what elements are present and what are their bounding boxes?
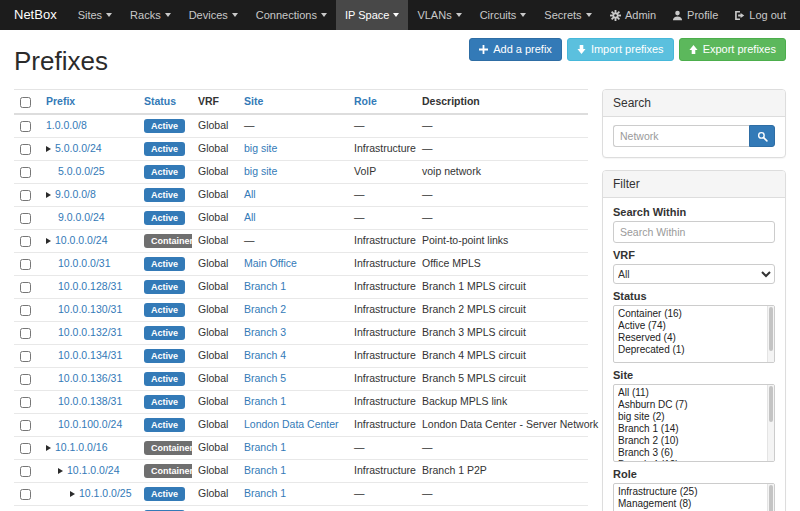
button-label: Export prefixes (703, 43, 776, 56)
listbox-option[interactable]: Branch 1 (14) (618, 423, 764, 435)
listbox-option[interactable]: Management (8) (618, 498, 764, 510)
prefix-link[interactable]: 10.0.0.138/31 (58, 395, 122, 408)
import-prefixes-button[interactable]: Import prefixes (567, 38, 674, 61)
column-header-role[interactable]: Role (348, 90, 416, 114)
app-logo[interactable]: NetBox (0, 0, 69, 30)
site-link[interactable]: Branch 1 (244, 441, 286, 453)
site-link[interactable]: big site (244, 142, 277, 154)
prefix-link[interactable]: 10.0.0.132/31 (58, 326, 122, 339)
column-header-prefix[interactable]: Prefix (40, 90, 138, 114)
row-checkbox[interactable] (20, 167, 31, 178)
listbox-option[interactable]: big site (2) (618, 411, 764, 423)
row-checkbox[interactable] (20, 144, 31, 155)
expand-children-icon (58, 468, 63, 474)
listbox-option[interactable]: Reserved (4) (618, 332, 764, 344)
site-link[interactable]: Branch 2 (244, 303, 286, 315)
row-checkbox[interactable] (20, 466, 31, 477)
row-checkbox[interactable] (20, 351, 31, 362)
listbox-option[interactable]: Infrastructure (25) (618, 486, 764, 498)
prefix-link[interactable]: 10.0.0.136/31 (58, 372, 122, 385)
table-row: 10.0.0.136/31ActiveGlobalBranch 5Infrast… (14, 367, 588, 390)
search-within-input[interactable] (613, 221, 775, 243)
prefix-link[interactable]: 10.1.0.0/16 (55, 441, 108, 454)
nav-item-devices[interactable]: Devices (180, 0, 247, 30)
row-checkbox[interactable] (20, 443, 31, 454)
row-checkbox[interactable] (20, 420, 31, 431)
nav-item-profile[interactable]: Profile (664, 0, 726, 30)
nav-item-log-out[interactable]: Log out (726, 0, 800, 30)
row-checkbox[interactable] (20, 213, 31, 224)
listbox-option[interactable]: Active (74) (618, 320, 764, 332)
nav-item-sites[interactable]: Sites (69, 0, 121, 30)
row-checkbox[interactable] (20, 236, 31, 247)
row-checkbox[interactable] (20, 282, 31, 293)
row-checkbox[interactable] (20, 489, 31, 500)
prefix-link[interactable]: 9.0.0.0/24 (58, 211, 105, 224)
site-link[interactable]: Main Office (244, 257, 297, 269)
site-link[interactable]: Branch 1 (244, 487, 286, 499)
site-link[interactable]: All (244, 188, 256, 200)
prefix-link[interactable]: 10.0.0.130/31 (58, 303, 122, 316)
prefix-link[interactable]: 9.0.0.0/8 (55, 188, 96, 201)
column-header-site[interactable]: Site (238, 90, 348, 114)
site-link[interactable]: Branch 1 (244, 395, 286, 407)
status-listbox-scrollbar[interactable] (767, 306, 774, 362)
prefix-link[interactable]: 1.0.0.0/8 (46, 119, 87, 132)
site-link[interactable]: Branch 4 (244, 349, 286, 361)
prefix-link[interactable]: 10.0.0.0/31 (58, 257, 111, 270)
site-link[interactable]: All (244, 211, 256, 223)
vrf-select[interactable]: All (613, 264, 775, 284)
row-checkbox[interactable] (20, 328, 31, 339)
site-link[interactable]: Branch 1 (244, 280, 286, 292)
listbox-option[interactable]: Container (16) (618, 308, 764, 320)
site-link[interactable]: big site (244, 165, 277, 177)
export-prefixes-button[interactable]: Export prefixes (679, 38, 786, 61)
row-checkbox[interactable] (20, 190, 31, 201)
nav-item-circuits[interactable]: Circuits (471, 0, 536, 30)
search-input[interactable] (613, 125, 749, 147)
button-label: Import prefixes (591, 43, 664, 56)
listbox-option[interactable]: All (11) (618, 387, 764, 399)
site-link[interactable]: Branch 3 (244, 326, 286, 338)
description-value: Branch 1 P2P (422, 464, 487, 476)
role-listbox[interactable]: Infrastructure (25)Management (8)Private… (613, 483, 775, 511)
prefix-link[interactable]: 10.0.0.128/31 (58, 280, 122, 293)
listbox-option[interactable]: Ashburn DC (7) (618, 399, 764, 411)
row-checkbox[interactable] (20, 397, 31, 408)
column-header-status[interactable]: Status (138, 90, 192, 114)
site-link[interactable]: London Data Center (244, 418, 339, 430)
listbox-option[interactable]: Deprecated (1) (618, 344, 764, 356)
prefix-link[interactable]: 10.1.0.0/24 (67, 464, 120, 477)
prefix-link[interactable]: 5.0.0.0/25 (58, 165, 105, 178)
listbox-option[interactable]: Branch 2 (10) (618, 435, 764, 447)
site-listbox[interactable]: All (11)Ashburn DC (7)big site (2)Branch… (613, 384, 775, 462)
prefix-link[interactable]: 10.0.0.134/31 (58, 349, 122, 362)
nav-item-racks[interactable]: Racks (121, 0, 180, 30)
prefix-link[interactable]: 10.0.0.0/24 (55, 234, 108, 247)
row-checkbox[interactable] (20, 305, 31, 316)
role-value: — (354, 441, 365, 453)
nav-item-connections[interactable]: Connections (247, 0, 336, 30)
row-checkbox[interactable] (20, 121, 31, 132)
add-a-prefix-button[interactable]: Add a prefix (469, 38, 562, 61)
prefix-link[interactable]: 10.1.0.0/25 (79, 487, 132, 500)
nav-item-admin[interactable]: Admin (602, 0, 664, 30)
prefix-link[interactable]: 5.0.0.0/24 (55, 142, 102, 155)
row-checkbox[interactable] (20, 259, 31, 270)
listbox-option[interactable]: Branch 3 (6) (618, 447, 764, 459)
listbox-option[interactable]: Branch 4 (12) (618, 459, 764, 462)
row-checkbox[interactable] (20, 374, 31, 385)
prefix-link[interactable]: 10.0.100.0/24 (58, 418, 122, 431)
status-listbox[interactable]: Container (16)Active (74)Reserved (4)Dep… (613, 305, 775, 363)
site-link[interactable]: Branch 5 (244, 372, 286, 384)
select-all-checkbox[interactable] (20, 97, 31, 108)
gear-icon (610, 10, 621, 21)
table-row: 9.0.0.0/8ActiveGlobalAll—— (14, 183, 588, 206)
nav-item-vlans[interactable]: VLANs (408, 0, 470, 30)
nav-item-ip-space[interactable]: IP Space (336, 0, 408, 30)
role-listbox-scrollbar[interactable] (767, 484, 774, 511)
search-button[interactable] (749, 125, 775, 147)
site-link[interactable]: Branch 1 (244, 464, 286, 476)
nav-item-secrets[interactable]: Secrets (535, 0, 600, 30)
site-listbox-scrollbar[interactable] (767, 385, 774, 461)
